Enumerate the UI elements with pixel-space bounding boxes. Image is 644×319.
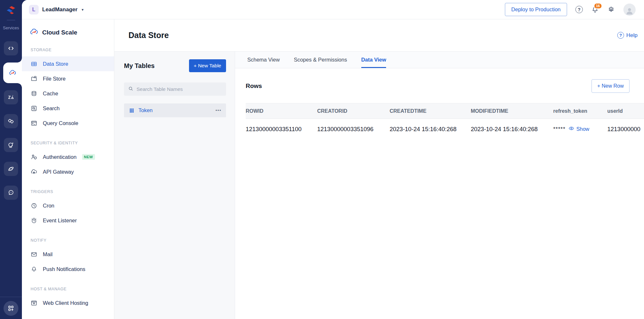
rail-item-orbit[interactable] (0, 159, 22, 179)
product-header: Cloud Scale (30, 28, 114, 37)
table-name: Token (138, 107, 153, 113)
table-options-menu[interactable]: ••• (215, 108, 222, 113)
rows-title: Rows (246, 82, 262, 90)
deploy-to-production-button[interactable]: Deploy to Production (505, 3, 567, 16)
cloud-scale-sidebar: Cloud Scale STORAGEData StoreFile StoreC… (22, 19, 114, 319)
tab-strip: Schema ViewScopes & PermissionsData View (235, 52, 644, 68)
sidebar-item-mail[interactable]: Mail (22, 247, 114, 262)
tab-data-view[interactable]: Data View (361, 52, 386, 68)
catalyst-logo-icon (0, 3, 22, 17)
rail-item-code[interactable] (0, 39, 22, 58)
help-icon[interactable]: ? (575, 6, 583, 13)
sidebar-item-web-client-hosting[interactable]: Web Client Hosting (22, 295, 114, 310)
sidebar-item-label: Event Listener (43, 218, 77, 224)
chevron-down-icon: ▾ (82, 7, 84, 12)
new-badge: NEW (82, 154, 95, 160)
mail-icon (31, 251, 37, 258)
eye-icon (568, 125, 574, 133)
datastore-icon (31, 61, 37, 67)
crystal-ball-icon (4, 138, 18, 152)
zia-icon (4, 90, 18, 104)
project-selector[interactable]: L LeadManager ▾ (29, 5, 84, 15)
sidebar-item-label: Authentication (43, 154, 77, 160)
search-icon (128, 86, 134, 93)
cron-icon (31, 202, 37, 209)
sidebar-item-label: Data Store (43, 61, 68, 67)
rail-divider (7, 20, 15, 20)
notifications-bell-icon[interactable]: 16 (591, 6, 599, 14)
table-row: 12130000003351100121300000033510962023-1… (246, 119, 644, 140)
rail-item-zia[interactable] (0, 88, 22, 107)
new-table-button[interactable]: + New Table (189, 59, 226, 72)
gear-icon[interactable] (607, 6, 615, 14)
rail-item-chat[interactable] (0, 183, 22, 202)
topbar-actions: Deploy to Production ? 16 (505, 3, 636, 16)
sidebar-item-cron[interactable]: Cron (22, 198, 114, 213)
rail-item-handshake[interactable] (0, 111, 22, 131)
sidebar-item-event-listener[interactable]: Event Listener (22, 213, 114, 228)
column-header-creatorid: CREATORID (317, 103, 390, 119)
sidebar-item-data-store[interactable]: Data Store (22, 56, 114, 71)
section-label-security-identity: SECURITY & IDENTITY (31, 141, 114, 146)
apps-grid-button[interactable] (4, 301, 18, 316)
column-header-refresh-token: refresh_token (553, 103, 607, 119)
section-label-storage: STORAGE (31, 48, 114, 53)
sidebar-item-label: Cron (43, 203, 54, 209)
sidebar-item-label: Push Notifications (43, 266, 85, 272)
sidebar-item-label: Web Client Hosting (43, 300, 88, 306)
handshake-icon (4, 114, 18, 128)
show-token-link[interactable]: Show (568, 125, 589, 133)
rail-item-cloud-scale[interactable] (3, 63, 22, 83)
apigateway-icon (31, 169, 37, 175)
sidebar-item-label: API Gateway (43, 169, 74, 175)
sidebar-item-label: Search (43, 105, 60, 111)
column-header-userid: userId (607, 103, 644, 119)
new-row-button[interactable]: + New Row (592, 79, 630, 93)
masked-value: ***** (553, 126, 565, 132)
rail-item-crystal-ball[interactable] (0, 135, 22, 155)
my-tables-title: My Tables (124, 62, 155, 70)
section-label-notify: NOTIFY (31, 238, 114, 243)
topbar: L LeadManager ▾ Deploy to Production ? 1… (22, 0, 644, 19)
cell-modifiedtime: 2023-10-24 15:16:40:268 (471, 119, 553, 140)
table-search (124, 82, 226, 96)
sidebar-item-search[interactable]: Search (22, 101, 114, 116)
auth-icon (31, 154, 37, 160)
help-circle-icon: ? (617, 32, 624, 39)
sidebar-item-query-console[interactable]: Query Console (22, 116, 114, 130)
sidebar-item-label: Mail (43, 251, 52, 257)
cloud-scale-icon (30, 27, 39, 38)
chat-icon (4, 186, 18, 200)
column-header-createdtime: CREATEDTIME (390, 103, 471, 119)
code-icon (4, 41, 18, 55)
orbit-icon (4, 162, 18, 176)
webhosting-icon (31, 300, 37, 306)
sidebar-item-file-store[interactable]: File Store (22, 71, 114, 86)
sidebar-item-authentication[interactable]: AuthenticationNEW (22, 150, 114, 164)
sidebar-item-cache[interactable]: Cache (22, 86, 114, 101)
section-label-host-manage: HOST & MANAGE (31, 287, 114, 292)
search-table-input[interactable] (137, 86, 222, 92)
tab-scopes-permissions[interactable]: Scopes & Permissions (294, 52, 347, 68)
sidebar-item-label: Cache (43, 91, 58, 97)
sidebar-item-api-gateway[interactable]: API Gateway (22, 164, 114, 179)
my-tables-panel: My Tables + New Table Token••• (114, 52, 235, 319)
cell-rowid: 12130000003351100 (246, 119, 317, 140)
page-title: Data Store (128, 31, 169, 40)
eventlistener-icon (31, 217, 37, 224)
tab-schema-view[interactable]: Schema View (247, 52, 280, 68)
table-grid-icon (129, 108, 134, 113)
masked-cell: *****Show (553, 119, 607, 140)
queryconsole-icon (31, 120, 37, 127)
help-link[interactable]: ? Help (617, 32, 638, 39)
content: Schema ViewScopes & PermissionsData View… (235, 52, 644, 319)
app-surface: L LeadManager ▾ Deploy to Production ? 1… (22, 0, 644, 319)
sidebar-item-push-notifications[interactable]: Push Notifications (22, 262, 114, 276)
user-avatar[interactable] (623, 4, 636, 16)
sidebar-item-label: File Store (43, 76, 66, 82)
table-list-item-token[interactable]: Token••• (124, 103, 226, 117)
filestore-icon (31, 75, 37, 82)
cell-creatorid: 12130000003351096 (317, 119, 390, 140)
column-header-rowid: ROWID (246, 103, 317, 119)
push-icon (31, 266, 37, 273)
